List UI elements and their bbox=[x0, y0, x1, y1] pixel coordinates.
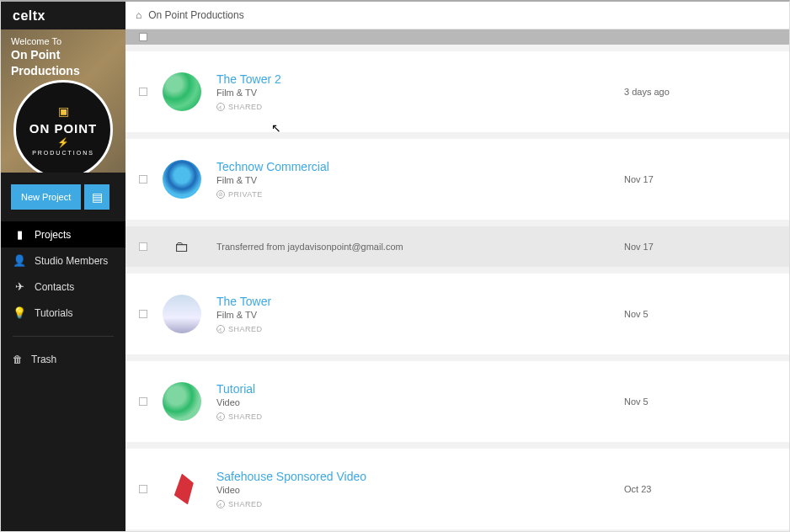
trash-icon: 🗑 bbox=[13, 354, 23, 365]
project-date: Nov 5 bbox=[624, 309, 776, 319]
home-icon[interactable]: ⌂ bbox=[136, 9, 141, 21]
main-panel: ⌂ On Point Productions The Tower 2 Film … bbox=[125, 2, 789, 531]
project-row[interactable]: The Tower 2 Film & TV ⪡SHARED 3 days ago bbox=[125, 51, 789, 132]
shared-icon: ⪡ bbox=[216, 103, 225, 111]
project-type: Film & TV bbox=[216, 310, 609, 320]
bolt-icon: ⚡ bbox=[57, 137, 69, 148]
breadcrumb-title[interactable]: On Point Productions bbox=[148, 9, 243, 21]
project-type: Video bbox=[216, 397, 609, 407]
sidebar-item-trash[interactable]: 🗑 Trash bbox=[1, 347, 125, 372]
project-row[interactable]: Safehouse Sponsored Video Video ⪡SHARED … bbox=[125, 449, 789, 529]
project-meta: The Tower Film & TV ⪡SHARED bbox=[216, 295, 609, 333]
folder-row[interactable]: 🗀 Transferred from jaydavisonpoint@gmail… bbox=[125, 226, 789, 267]
shared-icon: ⪡ bbox=[216, 412, 225, 421]
projects-icon: ▮ bbox=[13, 228, 26, 241]
sidebar-item-label: Projects bbox=[35, 229, 71, 241]
project-thumbnail bbox=[163, 160, 201, 199]
studio-avatar: ▣ ON POINT ⚡ PRODUCTIONS bbox=[13, 80, 113, 173]
sidebar-item-studio-members[interactable]: 👤 Studio Members bbox=[1, 247, 125, 274]
project-date: Oct 23 bbox=[624, 484, 776, 494]
org-name-line2: Productions bbox=[11, 64, 115, 78]
project-title[interactable]: Tutorial bbox=[216, 382, 609, 396]
select-all-bar bbox=[125, 29, 789, 45]
folder-plus-icon: ▤ bbox=[92, 190, 103, 204]
project-title[interactable]: The Tower 2 bbox=[216, 72, 609, 86]
project-row[interactable]: The Tower Film & TV ⪡SHARED Nov 5 bbox=[125, 274, 789, 354]
sidebar-divider bbox=[13, 336, 114, 337]
send-icon: ✈ bbox=[13, 280, 26, 293]
project-list[interactable]: The Tower 2 Film & TV ⪡SHARED 3 days ago… bbox=[125, 45, 789, 531]
row-checkbox[interactable] bbox=[139, 485, 147, 493]
select-all-checkbox[interactable] bbox=[139, 33, 147, 41]
row-checkbox[interactable] bbox=[139, 88, 147, 96]
project-status: ⪡SHARED bbox=[216, 500, 609, 508]
project-title[interactable]: Safehouse Sponsored Video bbox=[216, 470, 609, 483]
sidebar-item-tutorials[interactable]: 💡 Tutorials bbox=[1, 300, 125, 326]
avatar-sub: PRODUCTIONS bbox=[32, 150, 94, 156]
user-icon: 👤 bbox=[13, 254, 26, 267]
shared-icon: ⪡ bbox=[216, 325, 225, 333]
sidebar-item-contacts[interactable]: ✈ Contacts bbox=[1, 274, 125, 300]
sidebar-item-label: Contacts bbox=[35, 281, 74, 293]
project-meta: The Tower 2 Film & TV ⪡SHARED bbox=[216, 72, 609, 111]
row-checkbox[interactable] bbox=[139, 175, 147, 184]
project-row[interactable]: Tutorial Video ⪡SHARED Nov 5 bbox=[125, 361, 789, 442]
project-status: ⪡SHARED bbox=[216, 412, 609, 421]
project-thumbnail bbox=[163, 382, 201, 421]
new-folder-button[interactable]: ▤ bbox=[84, 184, 109, 210]
shared-icon: ⪡ bbox=[216, 500, 225, 508]
project-type: Video bbox=[216, 485, 609, 495]
project-type: Film & TV bbox=[216, 88, 609, 98]
folder-icon: 🗀 bbox=[174, 238, 189, 256]
project-title[interactable]: The Tower bbox=[216, 295, 609, 308]
row-checkbox[interactable] bbox=[139, 310, 147, 318]
org-name-line1: On Point bbox=[11, 48, 115, 62]
folder-thumbnail: 🗀 bbox=[163, 238, 201, 256]
project-type: Film & TV bbox=[216, 175, 609, 185]
project-date: Nov 17 bbox=[624, 242, 776, 252]
sidebar-item-label: Tutorials bbox=[35, 307, 73, 319]
project-date: Nov 17 bbox=[624, 174, 776, 184]
project-row[interactable]: Technow Commercial Film & TV ⊘PRIVATE No… bbox=[125, 139, 789, 220]
new-project-row: New Project ▤ bbox=[1, 173, 125, 221]
sidebar-item-label: Trash bbox=[31, 354, 56, 365]
project-thumbnail bbox=[163, 295, 201, 333]
lightbulb-icon: 💡 bbox=[13, 306, 26, 319]
project-thumbnail bbox=[163, 470, 201, 508]
private-icon: ⊘ bbox=[216, 190, 225, 199]
project-thumbnail bbox=[163, 72, 201, 111]
project-status: ⪡SHARED bbox=[216, 325, 609, 333]
row-checkbox[interactable] bbox=[139, 242, 147, 251]
folder-title[interactable]: Transferred from jaydavisonpoint@gmail.c… bbox=[216, 242, 609, 252]
project-title[interactable]: Technow Commercial bbox=[216, 160, 609, 173]
camera-icon: ▣ bbox=[58, 104, 69, 118]
new-project-button[interactable]: New Project bbox=[11, 184, 81, 210]
project-status: ⊘PRIVATE bbox=[216, 190, 609, 199]
avatar-brand: ON POINT bbox=[29, 121, 98, 136]
project-status: ⪡SHARED bbox=[216, 103, 609, 111]
row-checkbox[interactable] bbox=[139, 397, 147, 406]
project-meta: Technow Commercial Film & TV ⊘PRIVATE bbox=[216, 160, 609, 199]
studio-hero: Welcome To On Point Productions ▣ ON POI… bbox=[1, 29, 125, 173]
brand-bar: celtx bbox=[1, 2, 125, 29]
project-meta: Transferred from jaydavisonpoint@gmail.c… bbox=[216, 242, 609, 252]
sidebar-item-projects[interactable]: ▮ Projects bbox=[1, 221, 125, 247]
sidebar-item-label: Studio Members bbox=[35, 255, 108, 267]
project-date: 3 days ago bbox=[624, 87, 776, 97]
project-meta: Tutorial Video ⪡SHARED bbox=[216, 382, 609, 421]
project-date: Nov 5 bbox=[624, 396, 776, 407]
sidebar: celtx Welcome To On Point Productions ▣ … bbox=[1, 2, 125, 531]
welcome-label: Welcome To bbox=[11, 36, 115, 46]
breadcrumb: ⌂ On Point Productions bbox=[125, 2, 789, 29]
project-meta: Safehouse Sponsored Video Video ⪡SHARED bbox=[216, 470, 609, 508]
brand-logo: celtx bbox=[13, 8, 45, 24]
sidebar-nav: ▮ Projects 👤 Studio Members ✈ Contacts 💡… bbox=[1, 221, 125, 326]
